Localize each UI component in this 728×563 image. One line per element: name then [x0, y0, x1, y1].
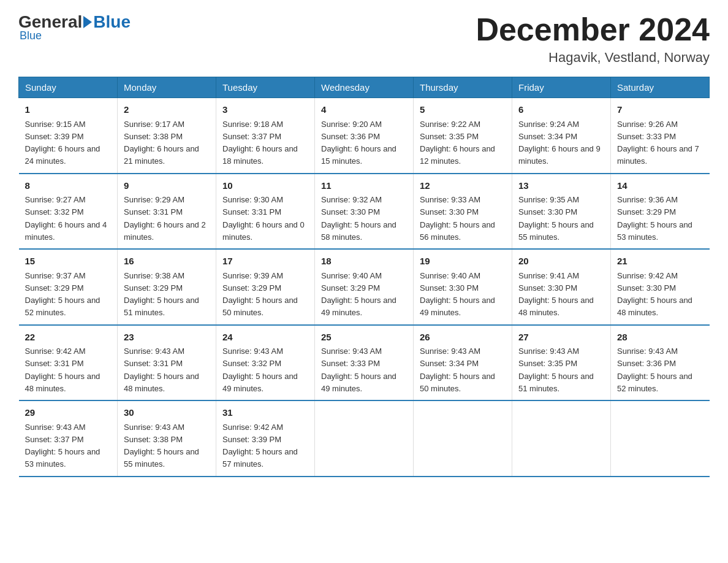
- logo-blue-text: Blue: [93, 12, 131, 32]
- day-info: Sunrise: 9:43 AMSunset: 3:35 PMDaylight:…: [518, 347, 594, 393]
- day-number: 5: [420, 103, 506, 117]
- day-info: Sunrise: 9:17 AMSunset: 3:38 PMDaylight:…: [124, 120, 199, 166]
- day-number: 2: [124, 103, 210, 117]
- day-number: 9: [124, 179, 210, 193]
- day-number: 30: [124, 406, 210, 420]
- calendar-cell: [315, 400, 414, 477]
- calendar-cell: 26Sunrise: 9:43 AMSunset: 3:34 PMDayligh…: [414, 325, 512, 401]
- day-number: 18: [321, 255, 407, 269]
- day-number: 3: [222, 103, 308, 117]
- day-info: Sunrise: 9:18 AMSunset: 3:37 PMDaylight:…: [222, 120, 298, 166]
- day-info: Sunrise: 9:27 AMSunset: 3:32 PMDaylight:…: [25, 195, 107, 242]
- day-number: 17: [222, 255, 308, 269]
- day-info: Sunrise: 9:26 AMSunset: 3:33 PMDaylight:…: [617, 120, 699, 166]
- column-header-saturday: Saturday: [611, 77, 710, 98]
- day-number: 1: [25, 103, 112, 117]
- calendar-cell: [611, 400, 710, 477]
- calendar-header-row: SundayMondayTuesdayWednesdayThursdayFrid…: [19, 77, 710, 98]
- day-number: 12: [420, 179, 506, 193]
- column-header-wednesday: Wednesday: [315, 77, 414, 98]
- day-number: 28: [617, 331, 703, 345]
- calendar-cell: 16Sunrise: 9:38 AMSunset: 3:29 PMDayligh…: [118, 249, 216, 325]
- day-number: 21: [617, 255, 703, 269]
- day-info: Sunrise: 9:22 AMSunset: 3:35 PMDaylight:…: [420, 120, 495, 166]
- day-info: Sunrise: 9:43 AMSunset: 3:36 PMDaylight:…: [617, 347, 692, 393]
- day-number: 19: [420, 255, 506, 269]
- calendar-cell: 11Sunrise: 9:32 AMSunset: 3:30 PMDayligh…: [315, 174, 414, 250]
- calendar-cell: [414, 400, 512, 477]
- day-number: 23: [124, 331, 210, 345]
- day-number: 4: [321, 103, 407, 117]
- calendar-cell: 20Sunrise: 9:41 AMSunset: 3:30 PMDayligh…: [512, 249, 611, 325]
- calendar-cell: 31Sunrise: 9:42 AMSunset: 3:39 PMDayligh…: [216, 400, 315, 477]
- calendar-cell: 23Sunrise: 9:43 AMSunset: 3:31 PMDayligh…: [118, 325, 216, 401]
- title-block: December 2024 Hagavik, Vestland, Norway: [476, 12, 710, 66]
- day-number: 10: [222, 179, 308, 193]
- day-info: Sunrise: 9:41 AMSunset: 3:30 PMDaylight:…: [518, 271, 594, 318]
- day-info: Sunrise: 9:35 AMSunset: 3:30 PMDaylight:…: [518, 195, 594, 242]
- calendar-cell: 9Sunrise: 9:29 AMSunset: 3:31 PMDaylight…: [118, 174, 216, 250]
- day-info: Sunrise: 9:43 AMSunset: 3:37 PMDaylight:…: [25, 423, 100, 469]
- column-header-thursday: Thursday: [414, 77, 512, 98]
- day-number: 16: [124, 255, 210, 269]
- day-number: 13: [518, 179, 604, 193]
- day-number: 29: [25, 406, 112, 420]
- day-info: Sunrise: 9:42 AMSunset: 3:30 PMDaylight:…: [617, 271, 692, 318]
- calendar-cell: 24Sunrise: 9:43 AMSunset: 3:32 PMDayligh…: [216, 325, 315, 401]
- calendar-cell: 17Sunrise: 9:39 AMSunset: 3:29 PMDayligh…: [216, 249, 315, 325]
- month-title: December 2024: [476, 12, 710, 47]
- day-info: Sunrise: 9:15 AMSunset: 3:39 PMDaylight:…: [25, 120, 100, 166]
- day-number: 31: [222, 406, 308, 420]
- day-number: 26: [420, 331, 506, 345]
- day-number: 27: [518, 331, 604, 345]
- day-number: 7: [617, 103, 703, 117]
- day-info: Sunrise: 9:39 AMSunset: 3:29 PMDaylight:…: [222, 271, 298, 318]
- calendar-cell: 6Sunrise: 9:24 AMSunset: 3:34 PMDaylight…: [512, 98, 611, 174]
- day-info: Sunrise: 9:40 AMSunset: 3:30 PMDaylight:…: [420, 271, 495, 318]
- calendar-cell: 12Sunrise: 9:33 AMSunset: 3:30 PMDayligh…: [414, 174, 512, 250]
- calendar-cell: 29Sunrise: 9:43 AMSunset: 3:37 PMDayligh…: [19, 400, 118, 477]
- day-number: 22: [25, 331, 112, 345]
- calendar-cell: [512, 400, 611, 477]
- column-header-tuesday: Tuesday: [216, 77, 315, 98]
- day-info: Sunrise: 9:24 AMSunset: 3:34 PMDaylight:…: [518, 120, 601, 166]
- day-info: Sunrise: 9:30 AMSunset: 3:31 PMDaylight:…: [222, 195, 305, 242]
- calendar-cell: 28Sunrise: 9:43 AMSunset: 3:36 PMDayligh…: [611, 325, 710, 401]
- calendar-cell: 18Sunrise: 9:40 AMSunset: 3:29 PMDayligh…: [315, 249, 414, 325]
- day-info: Sunrise: 9:20 AMSunset: 3:36 PMDaylight:…: [321, 120, 396, 166]
- day-info: Sunrise: 9:42 AMSunset: 3:39 PMDaylight:…: [222, 423, 298, 469]
- day-info: Sunrise: 9:43 AMSunset: 3:34 PMDaylight:…: [420, 347, 495, 393]
- calendar-cell: 3Sunrise: 9:18 AMSunset: 3:37 PMDaylight…: [216, 98, 315, 174]
- calendar-cell: 2Sunrise: 9:17 AMSunset: 3:38 PMDaylight…: [118, 98, 216, 174]
- logo-subtitle: Blue: [18, 29, 42, 42]
- day-info: Sunrise: 9:43 AMSunset: 3:33 PMDaylight:…: [321, 347, 396, 393]
- logo: General Blue Blue: [18, 12, 131, 42]
- calendar-table: SundayMondayTuesdayWednesdayThursdayFrid…: [18, 77, 710, 477]
- calendar-cell: 4Sunrise: 9:20 AMSunset: 3:36 PMDaylight…: [315, 98, 414, 174]
- calendar-cell: 21Sunrise: 9:42 AMSunset: 3:30 PMDayligh…: [611, 249, 710, 325]
- day-info: Sunrise: 9:33 AMSunset: 3:30 PMDaylight:…: [420, 195, 495, 242]
- day-info: Sunrise: 9:36 AMSunset: 3:29 PMDaylight:…: [617, 195, 692, 242]
- day-info: Sunrise: 9:40 AMSunset: 3:29 PMDaylight:…: [321, 271, 396, 318]
- day-number: 24: [222, 331, 308, 345]
- calendar-cell: 7Sunrise: 9:26 AMSunset: 3:33 PMDaylight…: [611, 98, 710, 174]
- day-info: Sunrise: 9:43 AMSunset: 3:32 PMDaylight:…: [222, 347, 298, 393]
- day-number: 11: [321, 179, 407, 193]
- day-number: 15: [25, 255, 112, 269]
- calendar-cell: 8Sunrise: 9:27 AMSunset: 3:32 PMDaylight…: [19, 174, 118, 250]
- calendar-week-row: 29Sunrise: 9:43 AMSunset: 3:37 PMDayligh…: [19, 400, 710, 477]
- calendar-cell: 30Sunrise: 9:43 AMSunset: 3:38 PMDayligh…: [118, 400, 216, 477]
- calendar-cell: 15Sunrise: 9:37 AMSunset: 3:29 PMDayligh…: [19, 249, 118, 325]
- calendar-cell: 27Sunrise: 9:43 AMSunset: 3:35 PMDayligh…: [512, 325, 611, 401]
- day-info: Sunrise: 9:42 AMSunset: 3:31 PMDaylight:…: [25, 347, 100, 393]
- day-number: 20: [518, 255, 604, 269]
- calendar-cell: 13Sunrise: 9:35 AMSunset: 3:30 PMDayligh…: [512, 174, 611, 250]
- day-info: Sunrise: 9:37 AMSunset: 3:29 PMDaylight:…: [25, 271, 100, 318]
- calendar-cell: 25Sunrise: 9:43 AMSunset: 3:33 PMDayligh…: [315, 325, 414, 401]
- day-info: Sunrise: 9:43 AMSunset: 3:38 PMDaylight:…: [124, 423, 199, 469]
- calendar-week-row: 15Sunrise: 9:37 AMSunset: 3:29 PMDayligh…: [19, 249, 710, 325]
- calendar-cell: 22Sunrise: 9:42 AMSunset: 3:31 PMDayligh…: [19, 325, 118, 401]
- calendar-cell: 19Sunrise: 9:40 AMSunset: 3:30 PMDayligh…: [414, 249, 512, 325]
- column-header-monday: Monday: [118, 77, 216, 98]
- location-subtitle: Hagavik, Vestland, Norway: [476, 50, 710, 66]
